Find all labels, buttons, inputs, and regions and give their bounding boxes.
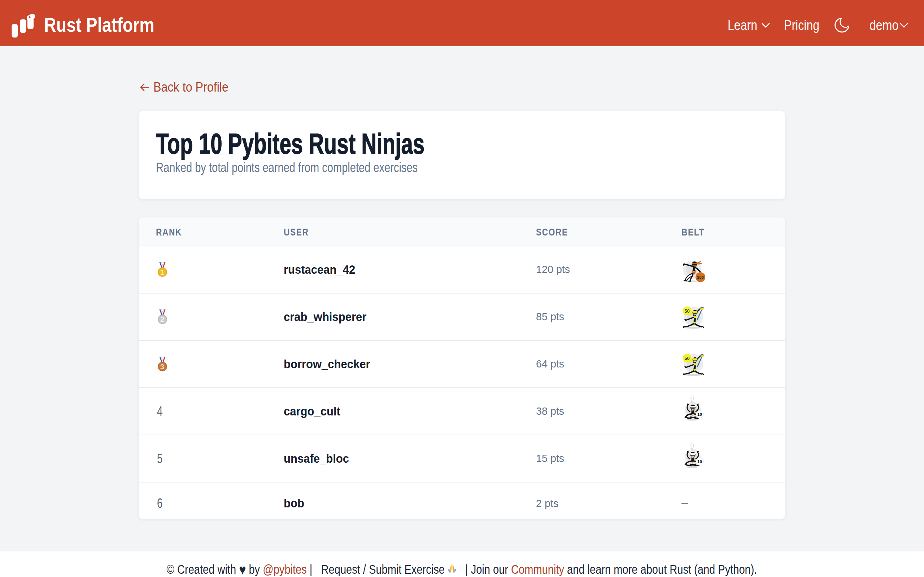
svg-text:50: 50	[684, 308, 690, 313]
svg-text:10: 10	[697, 459, 702, 464]
svg-text:50: 50	[684, 355, 690, 361]
svg-text:3: 3	[160, 363, 165, 371]
svg-text:100: 100	[697, 275, 703, 279]
svg-text:10: 10	[697, 412, 702, 416]
svg-text:1: 1	[160, 268, 165, 276]
svg-text:2: 2	[160, 315, 165, 324]
